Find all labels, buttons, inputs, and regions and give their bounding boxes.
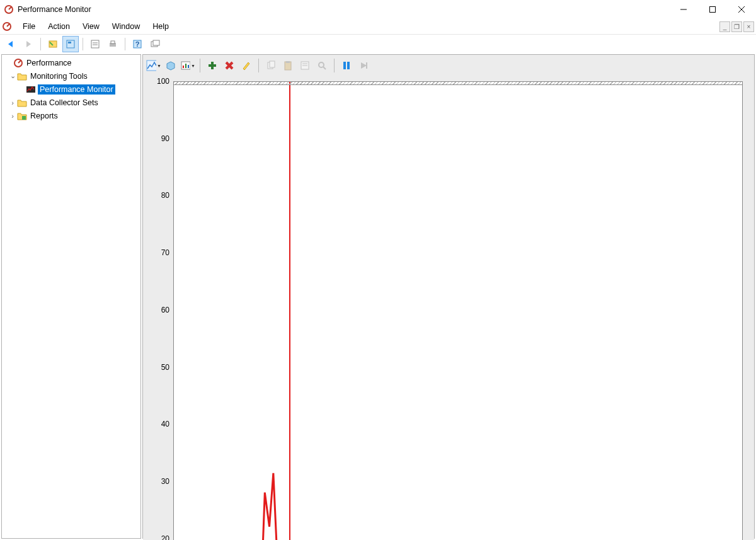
properties-button[interactable] [62,36,79,52]
expand-toggle-icon[interactable]: › [8,99,17,106]
chart-area: 0102030405060708090100 11:36:1911:36:311… [143,76,754,540]
add-counter-button[interactable] [204,57,220,74]
svg-line-7 [7,24,9,26]
svg-line-21 [18,60,21,63]
maximize-button[interactable] [698,0,727,19]
menu-bar: File Action View Window Help _ ❐ × [0,19,756,34]
y-tick: 30 [161,477,169,486]
mdi-app-icon [2,21,12,32]
menu-file[interactable]: File [16,20,42,33]
y-tick: 40 [161,420,169,428]
svg-text:?: ? [135,40,140,48]
y-tick: 20 [161,534,169,540]
properties-counter-button[interactable] [297,57,313,74]
mdi-minimize-button[interactable]: _ [719,21,730,32]
mdi-window-controls: _ ❐ × [719,21,756,32]
y-axis: 0102030405060708090100 [151,81,173,540]
print-button[interactable] [105,36,121,52]
y-tick: 60 [161,306,169,314]
folder-icon [17,98,27,108]
svg-rect-23 [22,116,26,120]
console-tree[interactable]: Performance ⌄ Monitoring Tools Performan… [1,54,141,539]
paste-button[interactable] [280,57,296,74]
freeze-button[interactable] [338,57,355,74]
svg-rect-43 [347,62,350,69]
svg-rect-36 [286,61,290,63]
copy-button[interactable] [263,57,279,74]
performance-icon [13,58,23,68]
expand-toggle-icon[interactable]: ⌄ [8,72,17,80]
update-button[interactable] [355,57,372,74]
svg-rect-10 [68,42,71,43]
display-type-button[interactable]: ▼ [180,57,196,74]
svg-rect-3 [710,7,716,13]
view-chart-button[interactable]: ▼ [146,57,162,74]
svg-rect-26 [183,66,184,68]
result-pane: ▼ ▼ 0102030405060708090100 [142,54,755,539]
svg-rect-9 [67,40,74,48]
window-title: Performance Monitor [18,5,91,14]
tree-node-monitoring-tools[interactable]: ⌄ Monitoring Tools [2,69,140,83]
minimize-button[interactable] [669,0,698,19]
svg-point-40 [319,62,324,67]
perfmon-toolbar: ▼ ▼ [143,55,754,76]
menu-window[interactable]: Window [106,20,146,33]
y-tick: 50 [161,363,169,372]
svg-rect-34 [270,61,275,67]
help-button[interactable]: ? [129,36,146,52]
menu-action[interactable]: Action [42,20,76,33]
svg-line-1 [9,7,11,9]
mdi-restore-button[interactable]: ❐ [731,21,742,32]
folder-green-icon [17,111,27,121]
folder-icon [17,71,27,81]
svg-line-41 [323,67,326,69]
export-button[interactable] [87,36,103,52]
svg-rect-15 [111,41,115,43]
svg-rect-24 [147,60,156,71]
y-tick: 80 [161,191,169,200]
plot-hatch [173,81,743,85]
view-3d-button[interactable] [163,57,179,74]
title-bar: Performance Monitor [0,0,756,19]
mmc-toolbar: ? [0,34,756,53]
y-tick: 90 [161,134,169,143]
svg-rect-28 [188,65,189,68]
forward-button[interactable] [20,36,37,52]
y-tick: 100 [157,77,169,86]
tree-node-performance-monitor[interactable]: Performance Monitor [2,83,140,96]
zoom-button[interactable] [314,57,330,74]
app-icon [4,4,14,14]
tree-node-data-collector-sets[interactable]: › Data Collector Sets [2,96,140,109]
svg-rect-27 [185,64,186,68]
new-window-button[interactable] [147,36,163,52]
chart-plot[interactable] [173,81,743,540]
tree-node-reports[interactable]: › Reports [2,109,140,122]
back-button[interactable] [3,36,19,52]
chart-svg [174,82,742,540]
close-button[interactable] [727,0,756,19]
mdi-close-button[interactable]: × [743,21,754,32]
monitor-icon [26,84,36,95]
highlight-button[interactable] [238,57,255,74]
y-tick: 70 [161,248,169,257]
show-hide-tree-button[interactable] [45,36,61,52]
menu-view[interactable]: View [76,20,106,33]
tree-node-performance[interactable]: Performance [2,56,140,69]
delete-counter-button[interactable] [221,57,238,74]
svg-rect-42 [343,62,346,69]
svg-rect-11 [91,40,99,48]
svg-rect-19 [153,40,159,45]
expand-toggle-icon[interactable]: › [8,112,17,120]
menu-help[interactable]: Help [146,20,175,33]
